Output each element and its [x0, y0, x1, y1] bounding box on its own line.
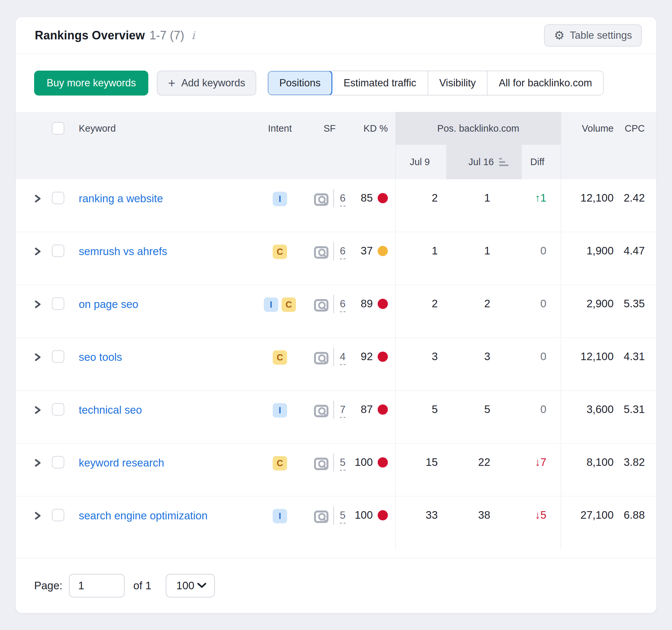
serp-features-icon[interactable] [314, 192, 329, 207]
table-settings-button[interactable]: ⚙ Table settings [544, 24, 642, 47]
table-body: ranking a website I 6 85 2 1 ↑1 12,100 2… [16, 179, 656, 549]
expand-row-chevron-icon[interactable] [33, 247, 42, 256]
keyword-link[interactable]: technical seo [79, 404, 142, 416]
expand-row-chevron-icon[interactable] [33, 299, 42, 309]
intent-badge-c[interactable]: C [273, 244, 287, 259]
keyword-link[interactable]: on page seo [79, 298, 139, 310]
column-header-jul16[interactable]: Jul 16 [446, 145, 522, 179]
intent-badge-c[interactable]: C [273, 456, 287, 470]
info-icon[interactable]: i [192, 29, 195, 42]
row-checkbox[interactable] [52, 298, 64, 310]
page-count-label: of 1 [133, 579, 151, 592]
serp-features-icon[interactable] [314, 245, 329, 260]
volume-value: 1,900 [561, 244, 622, 257]
intent-badges: I [259, 192, 301, 206]
intent-badge-c[interactable]: C [273, 350, 287, 365]
position-diff: ↓5 [522, 496, 561, 549]
serp-features-count[interactable]: 4 [340, 351, 345, 365]
column-header-jul9[interactable]: Jul 9 [395, 145, 446, 179]
column-header-cpc[interactable]: CPC [622, 123, 656, 134]
serp-features-count[interactable]: 5 [340, 510, 345, 523]
page-number-input[interactable] [69, 574, 125, 598]
row-checkbox[interactable] [52, 456, 64, 468]
page-label: Page: [34, 579, 62, 592]
position-jul9: 2 [395, 285, 446, 337]
intent-badge-i[interactable]: I [273, 403, 287, 418]
position-diff: 0 [522, 232, 561, 285]
column-header-sf[interactable]: SF [323, 123, 345, 134]
keyword-link[interactable]: keyword research [79, 457, 164, 469]
page-size-select[interactable]: 100 [166, 574, 215, 598]
buy-more-keywords-button[interactable]: Buy more keywords [34, 71, 148, 96]
keyword-link[interactable]: semrush vs ahrefs [79, 245, 167, 258]
cpc-value: 5.31 [622, 403, 656, 416]
serp-features-icon[interactable] [314, 351, 329, 366]
position-jul9: 33 [395, 496, 446, 549]
tab-all-for-domain[interactable]: All for backlinko.com [487, 71, 603, 95]
serp-features-icon[interactable] [314, 510, 329, 524]
column-header-kd[interactable]: KD % [345, 123, 395, 134]
gear-icon: ⚙ [554, 29, 565, 41]
position-jul16: 3 [446, 350, 522, 363]
keyword-link[interactable]: search engine optimization [79, 510, 208, 522]
keyword-link[interactable]: ranking a website [79, 192, 163, 205]
volume-value: 12,100 [561, 192, 622, 204]
serp-features-count[interactable]: 6 [340, 193, 345, 207]
intent-badges: I [259, 403, 301, 418]
column-header-intent[interactable]: Intent [259, 123, 301, 134]
column-header-diff[interactable]: Diff [522, 145, 561, 179]
table-row: on page seo IC 6 89 2 2 0 2,900 5.35 [16, 285, 656, 338]
kd-value: 92 [361, 350, 373, 363]
row-checkbox[interactable] [52, 509, 64, 521]
kd-dot [378, 457, 388, 467]
rankings-overview-card: Rankings Overview 1-7 (7) i ⚙ Table sett… [16, 17, 656, 613]
cpc-value: 3.82 [622, 456, 656, 468]
cpc-value: 5.35 [622, 298, 656, 310]
table-header: Keyword Intent SF KD % Pos. backlinko.co… [16, 112, 656, 179]
intent-badge-c[interactable]: C [282, 298, 296, 312]
serp-features-count[interactable]: 6 [340, 298, 345, 312]
column-header-pos-group[interactable]: Pos. backlinko.com [395, 112, 561, 145]
select-all-checkbox[interactable] [52, 122, 64, 135]
serp-features-icon[interactable] [314, 404, 329, 418]
position-jul9: 15 [395, 444, 446, 496]
expand-row-chevron-icon[interactable] [33, 352, 42, 362]
position-jul9: 2 [395, 179, 446, 232]
add-keywords-label: Add keywords [181, 77, 245, 89]
position-jul9: 5 [395, 391, 446, 443]
kd-dot [378, 193, 388, 203]
serp-features-count[interactable]: 7 [340, 404, 345, 418]
column-header-keyword[interactable]: Keyword [65, 123, 259, 134]
serp-features-icon[interactable] [314, 298, 329, 312]
expand-row-chevron-icon[interactable] [33, 405, 42, 415]
expand-row-chevron-icon[interactable] [33, 511, 42, 521]
row-checkbox[interactable] [52, 403, 64, 416]
row-checkbox[interactable] [52, 244, 64, 257]
position-jul16: 38 [446, 509, 522, 521]
kd-value: 89 [361, 298, 373, 310]
serp-features-icon[interactable] [314, 457, 329, 471]
intent-badge-i[interactable]: I [273, 509, 287, 523]
intent-badge-i[interactable]: I [264, 298, 278, 312]
position-diff: ↓7 [522, 444, 561, 496]
page-size-value: 100 [176, 579, 194, 592]
add-keywords-button[interactable]: + Add keywords [157, 71, 256, 96]
serp-features-count[interactable]: 5 [340, 457, 345, 471]
serp-features-count[interactable]: 6 [340, 246, 345, 259]
tab-visibility[interactable]: Visibility [428, 71, 487, 95]
table-row: keyword research C 5 100 15 22 ↓7 8,100 … [16, 444, 656, 496]
expand-row-chevron-icon[interactable] [33, 194, 42, 204]
tab-estimated-traffic[interactable]: Estimated traffic [332, 71, 428, 95]
kd-value: 85 [361, 192, 373, 204]
intent-badge-i[interactable]: I [273, 192, 287, 206]
position-diff: 0 [522, 338, 561, 390]
expand-row-chevron-icon[interactable] [33, 458, 42, 468]
page-title: Rankings Overview [35, 28, 145, 42]
row-checkbox[interactable] [52, 192, 64, 204]
jul9-label: Jul 9 [410, 157, 430, 167]
row-checkbox[interactable] [52, 350, 64, 363]
column-header-volume[interactable]: Volume [561, 123, 622, 134]
tab-positions[interactable]: Positions [267, 71, 333, 96]
keyword-link[interactable]: seo tools [79, 351, 122, 364]
card-header: Rankings Overview 1-7 (7) i ⚙ Table sett… [16, 17, 656, 54]
